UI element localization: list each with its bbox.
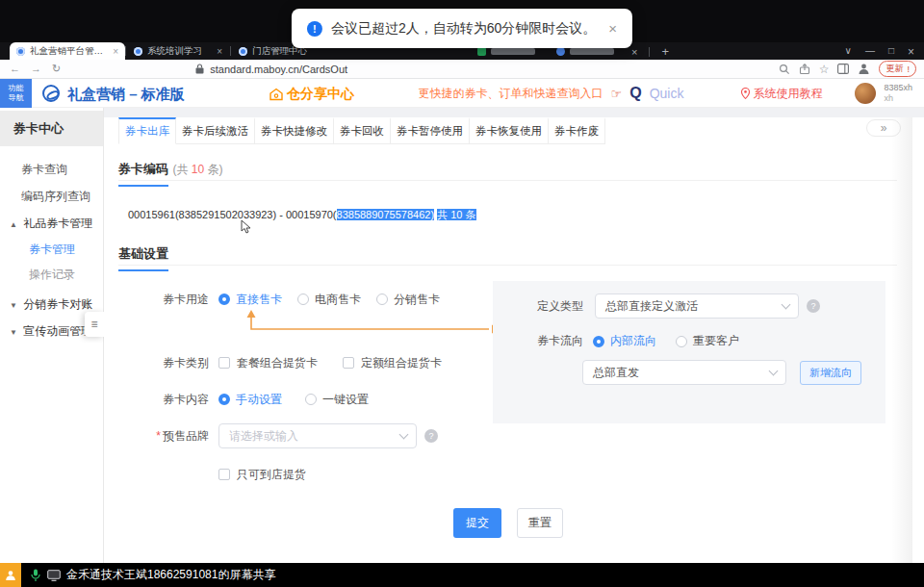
forward-icon[interactable]: → (31, 63, 41, 75)
tutorial-link[interactable]: 系统使用教程 (741, 86, 822, 102)
share-center-link[interactable]: 仓分享中心 (270, 86, 354, 103)
option-label: 重要客户 (693, 333, 739, 349)
sidebar-item-operation-records[interactable]: 操作记录 (0, 262, 103, 287)
double-chevron-right-icon: » (881, 121, 887, 135)
obscured-tab-label (570, 48, 614, 55)
card-codes-section-header: 券卡编码 (共 10 条) (118, 160, 223, 187)
help-icon[interactable]: ? (807, 299, 820, 313)
main-content: 券卡出库 券卡后续激活 券卡快捷修改 券卡回收 券卡暂停使用 券卡恢复使用 券卡… (104, 117, 924, 563)
minimize-icon[interactable]: — (865, 45, 875, 59)
lock-icon (195, 64, 204, 74)
radio-important-customer[interactable]: 重要客户 (676, 333, 739, 349)
favicon (239, 47, 247, 56)
meeting-toast: ! 会议已超过2人，自动转为60分钟限时会议。 × (292, 9, 632, 48)
define-type-row: 定义类型 总部直接定义激活 ? (537, 294, 820, 319)
tab-card-recycle[interactable]: 券卡回收 (334, 117, 391, 144)
sidebar-group-gift-card-management[interactable]: ▲ 礼品券卡管理 (0, 210, 103, 237)
location-pin-icon (741, 88, 750, 99)
tab-card-void[interactable]: 券卡作废 (549, 117, 605, 144)
sidebar-group-label: 宣传动画管理 (23, 324, 92, 338)
help-icon[interactable]: ? (424, 429, 438, 443)
update-browser-button[interactable]: 更新 ! (879, 61, 916, 77)
checkbox-store-pickup-only[interactable]: 只可到店提货 (218, 467, 306, 483)
sidebar-collapse-button[interactable]: ≡ (85, 312, 104, 337)
sidebar-item-card-query[interactable]: 券卡查询 (0, 156, 103, 183)
tab-card-followup-activation[interactable]: 券卡后续激活 (176, 117, 255, 144)
sidebar-item-code-sequence-query[interactable]: 编码序列查询 (0, 183, 103, 210)
tab-card-quick-modify[interactable]: 券卡快捷修改 (255, 117, 334, 144)
back-icon[interactable]: ← (10, 63, 20, 75)
tab-card-suspend[interactable]: 券卡暂停使用 (391, 117, 470, 144)
sidebar-group-label: 分销券卡对账 (23, 297, 92, 311)
tab-close-icon[interactable]: × (113, 46, 118, 57)
triangle-down-icon: ▼ (10, 301, 17, 310)
basic-settings-title: 基础设置 (118, 245, 168, 271)
presale-brand-select[interactable]: 请选择或输入 (218, 423, 417, 448)
browser-tab[interactable]: 系统培训学习 × (126, 42, 230, 60)
define-type-label: 定义类型 (537, 298, 583, 315)
screen: 礼盒营销平台管理中心 × 系统培训学习 × 门店管理中心 × + ∨ (0, 0, 924, 587)
define-type-select[interactable]: 总部直接定义激活 (595, 294, 799, 319)
card-flow-row: 券卡流向 内部流向 重要客户 (537, 333, 755, 349)
select-value: 总部直接定义激活 (605, 298, 698, 315)
radio-icon (676, 336, 687, 347)
function-nav-button[interactable]: 功能 导航 (0, 79, 32, 108)
url-text: standard.maboy.cn/CardsOut (210, 64, 347, 75)
new-tab-button[interactable]: + (661, 44, 669, 59)
quick-link[interactable]: Quick (650, 86, 684, 101)
tab-card-outbound[interactable]: 券卡出库 (118, 117, 176, 144)
radio-manual-setup[interactable]: 手动设置 (218, 392, 282, 408)
zoom-icon[interactable] (779, 64, 790, 75)
radio-ecommerce-sale[interactable]: 电商售卡 (297, 292, 361, 308)
avatar[interactable] (855, 83, 876, 104)
select-placeholder: 请选择或输入 (229, 428, 298, 445)
radio-internal-flow[interactable]: 内部流向 (593, 333, 656, 349)
share-icon[interactable] (799, 64, 810, 75)
chevron-down-icon[interactable]: ∨ (845, 45, 852, 59)
reset-button[interactable]: 重置 (517, 508, 563, 538)
toast-close-icon[interactable]: × (608, 20, 617, 37)
form-actions: 提交 重置 (104, 508, 912, 538)
tab-card-resume[interactable]: 券卡恢复使用 (470, 117, 549, 144)
checkbox-icon (218, 357, 230, 369)
add-flow-button[interactable]: 新增流向 (800, 361, 861, 385)
checkbox-combo-pickup-card[interactable]: 套餐组合提货卡 (218, 355, 318, 371)
participant-button[interactable] (0, 563, 21, 587)
tabs-overflow-button[interactable]: » (866, 119, 901, 137)
submit-button[interactable]: 提交 (453, 508, 501, 538)
radio-icon (593, 336, 604, 347)
card-codes-title: 券卡编码 (118, 161, 168, 187)
sidebar-item-card-management-active[interactable]: 券卡管理 (0, 237, 103, 262)
code-count-badge: 共 10 条 (437, 209, 475, 220)
mouse-cursor (241, 219, 252, 235)
reload-icon[interactable]: ↻ (52, 63, 61, 75)
radio-icon (305, 394, 317, 405)
url-field[interactable]: standard.maboy.cn/CardsOut (195, 64, 347, 75)
tab-separator (649, 47, 650, 57)
share-center-label: 仓分享中心 (287, 86, 354, 103)
select-value: 总部直发 (593, 365, 639, 381)
card-content-label: 券卡内容 (118, 392, 209, 408)
flow-target-select[interactable]: 总部直发 (582, 360, 786, 385)
store-pickup-only-row: 只可到店提货 (118, 462, 321, 487)
radio-direct-sale[interactable]: 直接售卡 (218, 292, 282, 308)
close-icon[interactable]: × (908, 45, 914, 59)
radio-distribution-sale[interactable]: 分销售卡 (376, 292, 440, 308)
checkbox-fixed-amount-pickup-card[interactable]: 定额组合提货卡 (343, 355, 442, 371)
maximize-icon[interactable]: □ (888, 45, 894, 59)
side-panel-icon[interactable] (837, 64, 849, 74)
quick-q-logo[interactable]: Q (629, 85, 641, 102)
card-operation-tabs: 券卡出库 券卡后续激活 券卡快捷修改 券卡回收 券卡暂停使用 券卡恢复使用 券卡… (118, 117, 605, 144)
count-close: 条) (204, 163, 222, 176)
profile-icon[interactable] (858, 63, 870, 75)
definition-panel: 定义类型 总部直接定义激活 ? 券卡流向 内部流向 重要客户 总部直发 新增流向 (493, 281, 886, 423)
tab-close-icon[interactable]: × (631, 46, 637, 58)
bookmark-star-icon[interactable]: ☆ (819, 63, 830, 76)
browser-tab-active[interactable]: 礼盒营销平台管理中心 × (10, 42, 125, 60)
tab-close-icon[interactable]: × (217, 46, 222, 57)
option-label: 一键设置 (322, 392, 369, 408)
username: 8385xh xh (884, 83, 912, 104)
option-label: 定额组合提货卡 (361, 355, 442, 371)
screen-share-icon (47, 570, 61, 581)
radio-one-click-setup[interactable]: 一键设置 (305, 392, 369, 408)
